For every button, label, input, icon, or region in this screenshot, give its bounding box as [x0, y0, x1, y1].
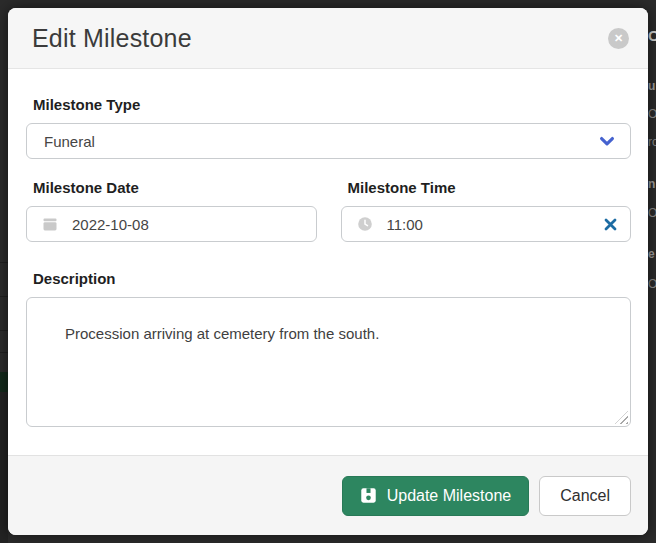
milestone-time-label: Milestone Time	[341, 179, 632, 196]
cancel-button[interactable]: Cancel	[539, 476, 631, 516]
backdrop-text-fragment: O	[648, 207, 656, 219]
backdrop-row-divider	[0, 296, 8, 297]
modal-body: Milestone Type Funeral Milestone Date	[8, 69, 648, 455]
backdrop-dark-block	[0, 392, 8, 543]
backdrop-left-strip	[0, 0, 8, 543]
backdrop-text-fragment: O	[648, 278, 656, 290]
milestone-type-value: Funeral	[44, 133, 95, 150]
calendar-icon	[42, 216, 58, 232]
milestone-date-value: 2022-10-08	[72, 216, 149, 233]
resize-grip-icon[interactable]	[615, 411, 628, 424]
milestone-date-label: Milestone Date	[26, 179, 317, 196]
close-icon: ✕	[614, 33, 623, 44]
milestone-type-label: Milestone Type	[26, 96, 631, 113]
update-milestone-button[interactable]: Update Milestone	[342, 476, 530, 516]
backdrop-row-divider	[0, 262, 8, 263]
modal-title: Edit Milestone	[32, 24, 192, 53]
chevron-down-icon	[598, 132, 616, 150]
edit-milestone-modal: Edit Milestone ✕ Milestone Type Funeral …	[8, 8, 648, 535]
backdrop-text-fragment: O	[648, 28, 656, 43]
clear-time-icon[interactable]	[603, 217, 618, 232]
save-icon	[360, 487, 377, 504]
modal-header: Edit Milestone ✕	[8, 8, 648, 69]
backdrop-text-fragment: u	[648, 80, 655, 92]
description-label: Description	[26, 270, 631, 287]
backdrop-text-fragment: e	[648, 248, 655, 260]
backdrop-text-fragment: ro	[648, 136, 656, 148]
backdrop-row-divider	[0, 330, 8, 331]
update-milestone-label: Update Milestone	[387, 487, 512, 505]
backdrop-right-strip: O u O ro n O e O	[647, 0, 656, 543]
description-textarea[interactable]: Procession arriving at cemetery from the…	[26, 297, 631, 427]
backdrop-row-divider	[0, 352, 8, 353]
milestone-time-value: 11:00	[387, 216, 423, 233]
milestone-date-input[interactable]: 2022-10-08	[26, 206, 317, 242]
close-button[interactable]: ✕	[608, 28, 629, 49]
milestone-time-input[interactable]: 11:00	[341, 206, 632, 242]
modal-footer: Update Milestone Cancel	[8, 455, 648, 535]
backdrop-green-block	[0, 372, 8, 392]
cancel-label: Cancel	[560, 487, 610, 505]
backdrop-text-fragment: n	[648, 178, 655, 190]
description-value: Procession arriving at cemetery from the…	[65, 325, 379, 342]
backdrop-text-fragment: O	[648, 108, 656, 120]
milestone-type-select[interactable]: Funeral	[26, 123, 631, 159]
clock-icon	[357, 216, 373, 232]
